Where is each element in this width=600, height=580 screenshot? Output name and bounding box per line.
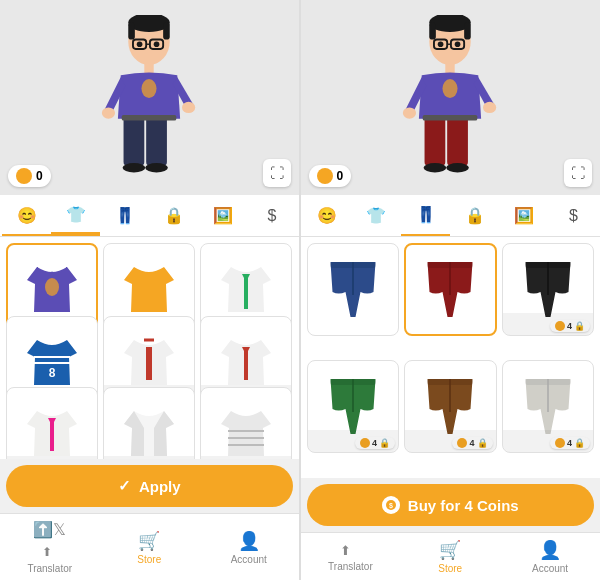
right-nav-translator[interactable]: ⬆ Translator	[301, 533, 401, 580]
svg-text:$: $	[389, 502, 393, 510]
svg-point-7	[137, 41, 143, 47]
right-pants-tab-icon: 👖	[416, 205, 436, 224]
emoji-tab-icon: 😊	[17, 206, 37, 225]
svg-rect-15	[122, 115, 177, 121]
right-nav-account[interactable]: 👤 Account	[500, 533, 600, 580]
svg-point-50	[424, 163, 447, 172]
svg-point-42	[455, 41, 461, 47]
left-tab-dollar[interactable]: $	[247, 195, 296, 236]
left-nav-account[interactable]: 👤 Account	[199, 514, 299, 580]
svg-rect-3	[163, 23, 170, 40]
right-tab-pants[interactable]: 👖	[401, 195, 450, 236]
shirt-item-8[interactable]: 6 🔒	[103, 387, 195, 459]
buy-label: Buy for 4 Coins	[408, 497, 519, 514]
left-expand-button[interactable]: ⛶	[263, 159, 291, 187]
right-avatar-area: 0 ⛶	[301, 0, 601, 195]
right-tab-shirt[interactable]: 👕	[352, 195, 401, 236]
right-store-label: Store	[438, 563, 462, 574]
right-image-tab-icon: 🖼️	[514, 206, 534, 225]
right-account-icon: 👤	[539, 539, 561, 561]
right-panel: 0 ⛶ 😊 👕 👖 🔒 🖼️ $	[301, 0, 601, 580]
left-nav-store[interactable]: 🛒 Store	[100, 514, 200, 580]
svg-rect-37	[464, 23, 471, 40]
shirt-tab-icon: 👕	[66, 205, 86, 224]
right-dollar-tab-icon: $	[569, 207, 578, 225]
account-label: Account	[231, 554, 267, 565]
buy-button[interactable]: $ Buy for 4 Coins	[307, 484, 595, 526]
lock-tab-icon: 🔒	[164, 206, 184, 225]
left-tab-shirt[interactable]: 👕	[51, 195, 100, 236]
svg-rect-49	[423, 115, 478, 121]
pants-item-3[interactable]: 4 🔒	[502, 243, 595, 336]
left-avatar	[89, 13, 209, 183]
apply-checkmark: ✓	[118, 477, 131, 495]
store-label: Store	[137, 554, 161, 565]
svg-text:⬆: ⬆	[42, 545, 52, 559]
pants-item-3-lock: 4 🔒	[550, 320, 590, 332]
apply-label: Apply	[139, 478, 181, 495]
svg-rect-59	[330, 379, 375, 385]
svg-text:⬆: ⬆	[340, 543, 351, 558]
svg-point-18	[45, 278, 59, 296]
pants-item-4-lock: 4 🔒	[355, 437, 395, 449]
right-category-tabs: 😊 👕 👖 🔒 🖼️ $	[301, 195, 601, 237]
left-category-tabs: 😊 👕 👖 🔒 🖼️ $	[0, 195, 299, 237]
image-tab-icon: 🖼️	[213, 206, 233, 225]
pants-item-4[interactable]: 4 🔒	[307, 360, 400, 453]
translator-icon: ⬆️𝕏	[33, 520, 66, 539]
right-tab-dollar[interactable]: $	[549, 195, 598, 236]
right-items-grid: 4 🔒 4 🔒	[301, 237, 601, 478]
svg-rect-55	[428, 262, 473, 268]
right-tab-image[interactable]: 🖼️	[500, 195, 549, 236]
right-tab-emoji[interactable]: 😊	[303, 195, 352, 236]
right-translator-icon: ⬆	[340, 541, 360, 559]
left-tab-emoji[interactable]: 😊	[2, 195, 51, 236]
apply-button[interactable]: ✓ Apply	[6, 465, 293, 507]
left-items-grid: 8 6 🔒	[0, 237, 299, 459]
left-tab-lock[interactable]: 🔒	[149, 195, 198, 236]
svg-rect-47	[425, 117, 446, 166]
svg-point-51	[446, 163, 469, 172]
right-lock-tab-icon: 🔒	[465, 206, 485, 225]
right-translator-label: Translator	[328, 561, 373, 572]
translator-svg-icon: ⬆	[40, 541, 60, 561]
pants-item-5-lock: 4 🔒	[452, 437, 492, 449]
svg-point-44	[443, 79, 458, 98]
svg-point-46	[483, 102, 496, 113]
svg-point-41	[438, 41, 444, 47]
left-nav-translator[interactable]: ⬆️𝕏 ⬆ Translator	[0, 514, 100, 580]
shirt-item-9[interactable]: 6 🔒	[200, 387, 292, 459]
pants-item-6-lock: 4 🔒	[550, 437, 590, 449]
left-bottom-nav: ⬆️𝕏 ⬆ Translator 🛒 Store 👤 Account	[0, 513, 299, 580]
translator-label: Translator	[27, 563, 72, 574]
right-store-icon: 🛒	[439, 539, 461, 561]
svg-rect-13	[124, 117, 145, 166]
svg-rect-63	[525, 379, 570, 385]
pants-item-6[interactable]: 4 🔒	[502, 360, 595, 453]
right-coin-icon	[317, 168, 333, 184]
right-tab-lock[interactable]: 🔒	[450, 195, 499, 236]
right-expand-button[interactable]: ⛶	[564, 159, 592, 187]
svg-rect-57	[525, 262, 570, 268]
svg-point-45	[403, 107, 416, 118]
right-nav-store[interactable]: 🛒 Store	[400, 533, 500, 580]
left-tab-pants[interactable]: 👖	[100, 195, 149, 236]
svg-rect-2	[129, 23, 136, 40]
right-coin-count: 0	[337, 169, 344, 183]
pants-item-1[interactable]	[307, 243, 400, 336]
left-tab-image[interactable]: 🖼️	[198, 195, 247, 236]
left-coin-badge: 0	[8, 165, 51, 187]
svg-rect-53	[330, 262, 375, 268]
svg-point-16	[123, 163, 146, 172]
pants-item-5[interactable]: 4 🔒	[404, 360, 497, 453]
shirt-item-7[interactable]: 6 🔒	[6, 387, 98, 459]
coin-btn-icon: $	[382, 496, 400, 514]
svg-point-10	[142, 79, 157, 98]
pants-item-2[interactable]	[404, 243, 497, 336]
right-account-label: Account	[532, 563, 568, 574]
svg-point-11	[102, 107, 115, 118]
svg-point-17	[145, 163, 168, 172]
left-coin-count: 0	[36, 169, 43, 183]
svg-rect-61	[428, 379, 473, 385]
svg-rect-36	[430, 23, 437, 40]
